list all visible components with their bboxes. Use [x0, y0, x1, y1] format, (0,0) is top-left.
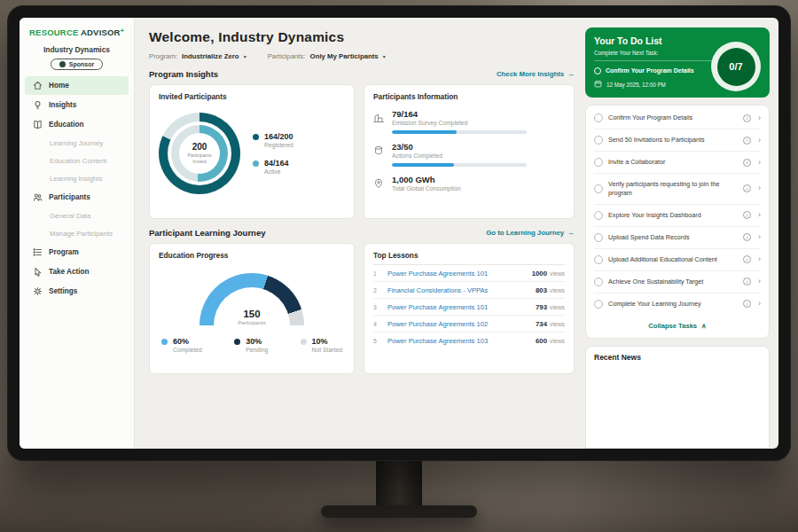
next-task-row[interactable]: Confirm Your Program Details [594, 66, 715, 74]
info-icon[interactable]: i [743, 137, 751, 145]
program-filter-value: Industrialize Zero [182, 52, 239, 60]
donut-center-label: Participants Invited [183, 153, 216, 165]
sidebar-item-label: Take Action [49, 268, 90, 276]
sidebar-item-label: Program [49, 248, 79, 256]
task-label: Confirm Your Program Details [608, 113, 692, 122]
sidebar-item-education-content[interactable]: Education Content [25, 153, 129, 169]
lesson-link[interactable]: Power Purchase Agreements 101 [387, 270, 488, 278]
next-task-block: Confirm Your Program Details 12 May 2025… [594, 60, 715, 89]
stat-global-consumption: 1,000 GWh Total Global Consumption [373, 175, 565, 192]
task-row[interactable]: Send 50 Invitations to Participants i › [594, 129, 761, 152]
legend-item-registered: 164/200 Registered [253, 132, 293, 148]
sidebar-item-program[interactable]: Program [25, 243, 129, 262]
program-insights-heading: Program Insights [149, 69, 218, 79]
info-icon[interactable]: i [743, 114, 751, 122]
gauge-center-value: 150 [200, 309, 304, 319]
lesson-link[interactable]: Financial Considerations - VPPAs [387, 286, 488, 294]
info-icon[interactable]: i [743, 184, 751, 192]
program-filter[interactable]: Program: Industrialize Zero ▾ [149, 52, 246, 60]
lesson-row: 1 Power Purchase Agreements 101 1000view… [373, 265, 565, 282]
sidebar-item-label: Learning Journey [50, 139, 103, 147]
lesson-row: 4 Power Purchase Agreements 102 734views [373, 316, 565, 332]
monitor-stand-base [321, 505, 477, 518]
checkbox-circle[interactable] [594, 278, 603, 286]
info-icon[interactable]: i [743, 233, 751, 241]
stat-value: 23/50 [392, 142, 527, 152]
task-row[interactable]: Verify participants requesting to join t… [594, 174, 761, 204]
task-row[interactable]: Upload Spend Data Records i › [594, 227, 761, 249]
legend-dot [161, 339, 168, 345]
org-name: Industry Dynamics [20, 45, 134, 54]
insights-cards-row: Invited Participants 200 Participants In… [149, 84, 575, 219]
participants-information-card: Participants Information 79/164 Emission… [364, 84, 575, 219]
go-to-learning-journey-link[interactable]: Go to Learning Journey → [486, 229, 575, 237]
sidebar-item-general-data[interactable]: General Data [25, 207, 129, 224]
checkbox-circle[interactable] [594, 113, 603, 122]
next-task-due-row: 12 May 2025, 12:00 PM [594, 80, 715, 89]
lesson-views-value: 734 [536, 320, 547, 328]
program-insights-header: Program Insights Check More Insights → [149, 69, 575, 79]
todo-panel: Your To Do List Complete Your Next Task:… [585, 18, 778, 449]
sidebar-item-label: Home [49, 82, 69, 90]
checkbox-circle[interactable] [594, 158, 603, 167]
chevron-right-icon: › [758, 255, 761, 263]
task-row[interactable]: Achieve One Sustainability Target i › [594, 271, 761, 293]
task-label: Verify participants requesting to join t… [608, 180, 722, 197]
sidebar-item-label: Participants [49, 193, 90, 201]
task-row[interactable]: Confirm Your Program Details i › [594, 107, 761, 129]
checkbox-circle[interactable] [594, 211, 603, 220]
info-icon[interactable]: i [743, 300, 751, 308]
lesson-rank: 3 [373, 304, 381, 310]
sidebar-item-home[interactable]: Home [25, 76, 129, 95]
collapse-label: Collapse Tasks [648, 322, 697, 330]
gauge-center-label: Participants [200, 320, 304, 325]
checkbox-circle[interactable] [594, 233, 603, 242]
todo-progress-ring: 0/7 [711, 42, 761, 91]
logo-word-advisor: ADVISOR [81, 27, 121, 37]
checkbox-circle[interactable] [594, 67, 601, 74]
sidebar-item-insights[interactable]: Insights [25, 96, 129, 114]
gear-icon [33, 286, 43, 296]
sidebar-item-education[interactable]: Education [25, 115, 129, 134]
sidebar-item-learning-insights[interactable]: Learning Insights [25, 170, 129, 187]
location-pin-icon [373, 176, 384, 187]
chevron-right-icon: › [758, 114, 761, 122]
sidebar-item-learning-journey[interactable]: Learning Journey [25, 135, 129, 152]
legend-label: Not Started [312, 347, 342, 353]
info-icon[interactable]: i [743, 159, 751, 167]
sidebar-item-participants[interactable]: Participants [25, 188, 129, 207]
sidebar-item-manage-participants[interactable]: Manage Participants [25, 225, 129, 242]
stat-value: 1,000 GWh [392, 175, 461, 184]
checkbox-circle[interactable] [594, 300, 603, 309]
task-row[interactable]: Invite a Collaborator i › [594, 152, 761, 174]
lesson-views-label: views [550, 321, 565, 327]
chevron-down-icon: ▾ [244, 53, 246, 59]
sidebar-nav: Home Insights Education Learning Journey [20, 76, 134, 301]
info-icon[interactable]: i [743, 211, 751, 219]
info-icon[interactable]: i [743, 255, 751, 263]
lesson-views-value: 600 [536, 337, 547, 345]
task-row[interactable]: Complete Your Learning Journey i › [594, 293, 761, 315]
checkbox-circle[interactable] [594, 255, 603, 264]
lesson-link[interactable]: Power Purchase Agreements 103 [387, 337, 488, 345]
legend-label: Registered [264, 142, 293, 148]
info-icon[interactable]: i [743, 278, 751, 286]
legend-item-completed: 60% Completed [161, 337, 202, 353]
checkbox-circle[interactable] [594, 184, 603, 193]
checkbox-circle[interactable] [594, 136, 603, 145]
participants-filter[interactable]: Participants: Only My Participants ▾ [268, 52, 386, 60]
collapse-tasks-button[interactable]: Collapse Tasks ∧ [594, 315, 761, 338]
learning-journey-heading: Participant Learning Journey [149, 228, 265, 238]
task-row[interactable]: Upload Additional Educational Content i … [594, 249, 761, 271]
lesson-link[interactable]: Power Purchase Agreements 101 [387, 303, 488, 311]
sidebar-item-take-action[interactable]: Take Action [25, 262, 129, 281]
task-row[interactable]: Explore Your Insights Dashboard i › [594, 205, 761, 227]
gauge-center: 150 Participants [200, 309, 304, 325]
lesson-link[interactable]: Power Purchase Agreements 102 [387, 320, 488, 328]
check-more-insights-link[interactable]: Check More Insights → [497, 70, 575, 78]
sidebar-item-settings[interactable]: Settings [25, 282, 129, 301]
lesson-row: 3 Power Purchase Agreements 101 793views [373, 299, 565, 316]
chevron-right-icon: › [758, 300, 761, 308]
chevron-right-icon: › [758, 159, 761, 167]
learning-journey-header: Participant Learning Journey Go to Learn… [149, 228, 575, 238]
